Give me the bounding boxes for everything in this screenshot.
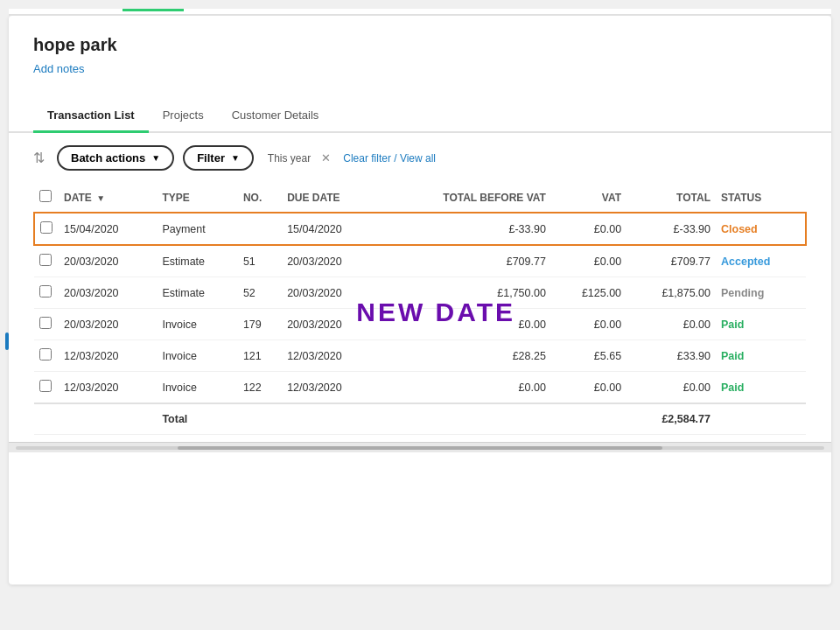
cell-no-3: 52 <box>238 277 282 309</box>
cell-total-before-vat-2: £709.77 <box>381 245 551 277</box>
col-header-total: TOTAL <box>626 183 716 213</box>
left-edge-indicator <box>5 332 9 350</box>
row-checkbox-5[interactable] <box>39 348 52 360</box>
col-label-date: DATE <box>64 192 92 204</box>
cell-no-4: 179 <box>238 309 282 340</box>
cell-due-date-2: 20/03/2020 <box>282 245 380 277</box>
cell-total-before-vat-1: £-33.90 <box>381 213 551 245</box>
table-row[interactable]: 20/03/2020 Estimate 52 20/03/2020 £1,750… <box>34 277 806 309</box>
header-checkbox-cell <box>34 183 59 213</box>
tab-projects[interactable]: Projects <box>149 100 218 133</box>
page-header: hope park Add notes <box>9 16 831 75</box>
col-label-total: TOTAL <box>676 192 710 204</box>
cell-vat-5: £5.65 <box>551 340 626 372</box>
active-nav-indicator <box>122 9 184 11</box>
table-row[interactable]: 12/03/2020 Invoice 122 12/03/2020 £0.00 … <box>34 372 806 404</box>
cell-total-3: £1,875.00 <box>626 277 716 309</box>
sort-icon[interactable]: ⇅ <box>33 150 45 166</box>
cell-no-2: 51 <box>238 245 282 277</box>
filter-label: Filter <box>197 151 225 164</box>
batch-actions-button[interactable]: Batch actions ▼ <box>57 145 174 171</box>
scrollbar-thumb <box>178 446 662 450</box>
cell-vat-6: £0.00 <box>551 372 626 404</box>
cell-status-4: Paid <box>716 309 806 340</box>
tab-transaction-list[interactable]: Transaction List <box>33 100 149 133</box>
filter-active-text: This year <box>268 152 311 164</box>
cell-total-1: £-33.90 <box>626 213 716 245</box>
cell-type-5: Invoice <box>157 340 237 372</box>
cell-vat-4: £0.00 <box>551 309 626 340</box>
row-checkbox-cell <box>34 372 59 404</box>
table-row[interactable]: 12/03/2020 Invoice 121 12/03/2020 £28.25… <box>34 340 806 372</box>
cell-total-6: £0.00 <box>626 372 716 404</box>
total-value: £2,584.77 <box>626 403 716 435</box>
tab-bar: Transaction List Projects Customer Detai… <box>9 100 831 133</box>
col-label-total-before-vat: TOTAL BEFORE VAT <box>443 192 546 204</box>
cell-no-5: 121 <box>238 340 282 372</box>
batch-actions-chevron-icon: ▼ <box>151 153 160 163</box>
cell-status-1: Closed <box>716 213 806 245</box>
filter-clear-x[interactable]: ✕ <box>321 151 331 164</box>
cell-type-1: Payment <box>157 213 237 245</box>
cell-date-5: 12/03/2020 <box>59 340 157 372</box>
clear-filter-link[interactable]: Clear filter / View all <box>343 152 436 164</box>
cell-date-2: 20/03/2020 <box>59 245 157 277</box>
row-checkbox-2[interactable] <box>39 254 52 266</box>
cell-total-2: £709.77 <box>626 245 716 277</box>
horizontal-scrollbar[interactable] <box>9 442 831 452</box>
scrollbar-track <box>16 446 824 450</box>
cell-date-3: 20/03/2020 <box>59 277 157 309</box>
cell-total-before-vat-4: £0.00 <box>381 309 551 340</box>
page-title: hope park <box>33 35 807 55</box>
cell-due-date-6: 12/03/2020 <box>282 372 380 404</box>
cell-total-before-vat-5: £28.25 <box>381 340 551 372</box>
row-checkbox-3[interactable] <box>39 285 52 298</box>
row-checkbox-cell <box>34 340 59 372</box>
table-row[interactable]: 20/03/2020 Estimate 51 20/03/2020 £709.7… <box>34 245 806 277</box>
row-checkbox-4[interactable] <box>39 317 52 329</box>
cell-status-3: Pending <box>716 277 806 309</box>
col-label-no: NO. <box>243 192 262 204</box>
total-label <box>59 403 157 435</box>
table-row[interactable]: 15/04/2020 Payment 15/04/2020 £-33.90 £0… <box>34 213 806 245</box>
cell-total-5: £33.90 <box>626 340 716 372</box>
col-header-due-date: DUE DATE <box>282 183 380 213</box>
cell-status-6: Paid <box>716 372 806 404</box>
table-header: DATE ▼ TYPE NO. DUE DATE T <box>34 183 806 213</box>
row-checkbox-cell <box>34 213 59 245</box>
col-label-status: STATUS <box>721 192 761 204</box>
total-label-text: Total <box>157 403 626 435</box>
table-row[interactable]: 20/03/2020 Invoice 179 20/03/2020 £0.00 … <box>34 309 806 340</box>
date-sort-arrow-icon: ▼ <box>96 193 105 203</box>
transactions-table-container: DATE ▼ TYPE NO. DUE DATE T <box>9 183 831 435</box>
row-checkbox-cell <box>34 245 59 277</box>
cell-date-1: 15/04/2020 <box>59 213 157 245</box>
cell-total-before-vat-3: £1,750.00 <box>381 277 551 309</box>
main-card: hope park Add notes Transaction List Pro… <box>9 16 831 584</box>
col-header-no: NO. <box>238 183 282 213</box>
total-status-spacer <box>716 403 806 435</box>
col-header-date[interactable]: DATE ▼ <box>59 183 157 213</box>
cell-no-6: 122 <box>238 372 282 404</box>
col-header-type: TYPE <box>157 183 237 213</box>
add-notes-link[interactable]: Add notes <box>33 62 85 75</box>
cell-type-2: Estimate <box>157 245 237 277</box>
cell-total-before-vat-6: £0.00 <box>381 372 551 404</box>
row-checkbox-cell <box>34 277 59 309</box>
tab-customer-details[interactable]: Customer Details <box>218 100 333 133</box>
row-checkbox-6[interactable] <box>39 380 52 392</box>
cell-date-4: 20/03/2020 <box>59 309 157 340</box>
cell-status-5: Paid <box>716 340 806 372</box>
row-checkbox-1[interactable] <box>40 221 52 234</box>
col-header-vat: VAT <box>551 183 626 213</box>
cell-vat-2: £0.00 <box>551 245 626 277</box>
filter-button[interactable]: Filter ▼ <box>183 145 254 171</box>
cell-no-1 <box>238 213 282 245</box>
cell-type-4: Invoice <box>157 309 237 340</box>
select-all-checkbox[interactable] <box>39 190 52 202</box>
batch-actions-label: Batch actions <box>71 151 145 164</box>
top-nav-bar <box>9 9 831 16</box>
cell-due-date-3: 20/03/2020 <box>282 277 380 309</box>
col-header-status: STATUS <box>716 183 806 213</box>
row-checkbox-cell <box>34 309 59 340</box>
